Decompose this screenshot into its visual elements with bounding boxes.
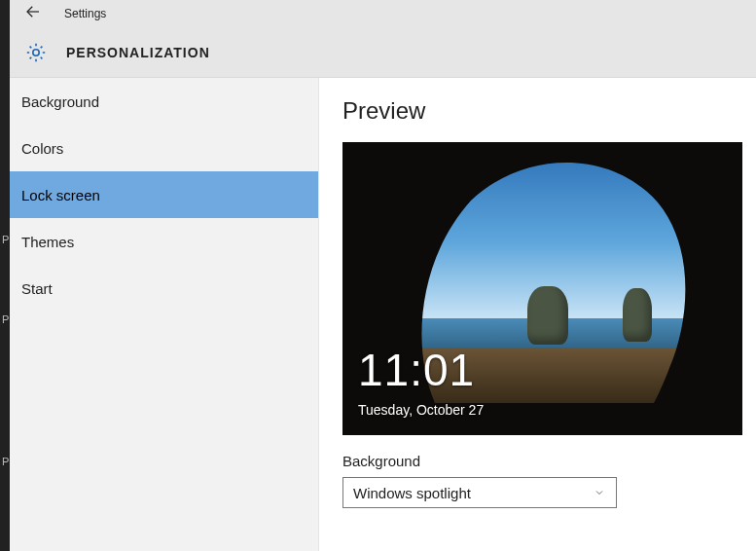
obscured-window-fragment: P	[2, 456, 9, 467]
window-header: Settings PERSONALIZATION	[10, 0, 756, 78]
lockscreen-preview: 11:01 Tuesday, October 27	[342, 142, 742, 435]
gear-icon	[23, 40, 49, 65]
background-dropdown-value: Windows spotlight	[353, 485, 471, 501]
background-dropdown[interactable]: Windows spotlight	[342, 477, 617, 508]
obscured-window-fragment: P	[2, 234, 9, 245]
section-header: PERSONALIZATION	[10, 27, 756, 77]
window-body: Background Colors Lock screen Themes Sta…	[10, 78, 756, 551]
sidebar-item-start[interactable]: Start	[10, 265, 318, 312]
sidebar-item-background[interactable]: Background	[10, 78, 318, 125]
content-title: Preview	[342, 97, 756, 125]
app-title: Settings	[47, 7, 106, 20]
background-field-label: Background	[342, 453, 756, 469]
lockscreen-time: 11:01	[358, 344, 475, 396]
settings-window: Settings PERSONALIZATION Background Colo…	[10, 0, 756, 551]
svg-point-1	[33, 49, 39, 55]
lockscreen-date: Tuesday, October 27	[358, 402, 484, 418]
sidebar-item-label: Start	[21, 280, 53, 297]
sidebar-item-label: Background	[21, 93, 99, 110]
content-pane: Preview 11:01 Tuesday, October 27 Backgr…	[319, 78, 756, 551]
sidebar-item-label: Colors	[21, 140, 63, 157]
section-title: PERSONALIZATION	[49, 45, 210, 60]
sidebar-item-colors[interactable]: Colors	[10, 125, 318, 171]
sidebar: Background Colors Lock screen Themes Sta…	[10, 78, 319, 551]
sidebar-item-label: Lock screen	[21, 187, 100, 203]
sidebar-item-themes[interactable]: Themes	[10, 218, 318, 265]
obscured-window-fragment: P	[2, 313, 9, 325]
sidebar-item-label: Themes	[21, 234, 74, 250]
back-button[interactable]	[19, 0, 47, 27]
back-arrow-icon	[24, 3, 42, 24]
sidebar-item-lock-screen[interactable]: Lock screen	[10, 171, 318, 218]
chevron-down-icon	[593, 486, 606, 499]
titlebar: Settings	[10, 0, 756, 27]
